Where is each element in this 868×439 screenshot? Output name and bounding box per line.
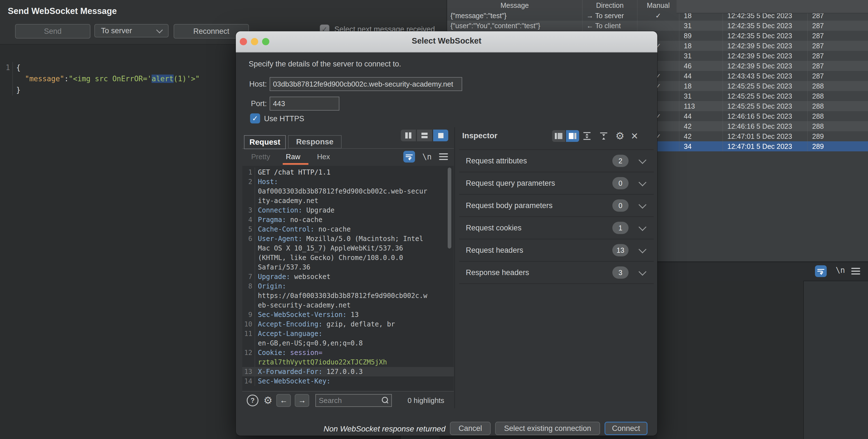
layout-rows-icon[interactable] xyxy=(417,129,432,141)
inspector-settings-icon[interactable]: ⚙ xyxy=(615,131,624,141)
tab-response[interactable]: Response xyxy=(288,135,342,149)
code-line: rztal7thVyvttQ7ioduo22xTJCZM5jXh xyxy=(242,357,454,367)
search-input[interactable] xyxy=(316,396,381,405)
table-cell: ← To client xyxy=(583,21,638,31)
dock-right-icon[interactable] xyxy=(566,130,579,142)
panel-title: Send WebSocket Message xyxy=(8,6,117,16)
code-line: en-GB,en-US;q=0.9,en;q=0.8 xyxy=(242,339,454,348)
table-cell: 288 xyxy=(808,122,854,130)
chevron-down-icon[interactable] xyxy=(639,245,646,253)
table-cell: 89 xyxy=(679,31,723,41)
scrollbar-thumb[interactable] xyxy=(448,168,451,248)
chevron-down-icon[interactable] xyxy=(639,201,646,209)
chevron-down-icon[interactable] xyxy=(639,223,646,231)
word-wrap-icon[interactable] xyxy=(403,151,415,163)
collapse-all-icon[interactable] xyxy=(599,131,609,141)
count-badge: 0 xyxy=(612,199,628,212)
newline-toggle-icon[interactable]: \n xyxy=(422,152,432,162)
count-badge: 0 xyxy=(612,177,628,189)
table-cell: 44 xyxy=(679,71,723,81)
code-line: 2Host: xyxy=(242,177,454,186)
table-cell: 12:47:01 5 Dec 2023 xyxy=(723,141,808,151)
table-cell: 287 xyxy=(808,22,854,30)
table-cell: 113 xyxy=(679,101,723,111)
table-cell: 12:42:35 5 Dec 2023 xyxy=(723,31,808,41)
code-line: 12Cookie: session= xyxy=(242,348,454,357)
table-cell: 12:42:35 5 Dec 2023 xyxy=(723,21,808,31)
table-cell: → To server xyxy=(583,10,638,21)
cancel-button[interactable]: Cancel xyxy=(450,422,491,435)
inspector-section-label: Request cookies xyxy=(466,224,522,232)
chevron-down-icon[interactable] xyxy=(639,178,646,186)
use-https-label: Use HTTPS xyxy=(264,115,304,123)
direction-select[interactable]: To server xyxy=(94,24,168,37)
editor-view-icons: \n xyxy=(403,151,448,163)
table-cell: 44 xyxy=(679,111,723,121)
host-field[interactable] xyxy=(270,77,462,91)
help-icon[interactable]: ? xyxy=(247,394,258,406)
next-match-button[interactable]: → xyxy=(295,394,309,407)
chevron-down-icon xyxy=(156,27,163,33)
table-cell: {"message":"test"} xyxy=(447,10,583,21)
inspector-section[interactable]: Request headers13 xyxy=(459,239,654,262)
table-cell: 31 xyxy=(679,21,723,31)
layout-single-icon[interactable] xyxy=(433,129,448,141)
gear-icon[interactable]: ⚙ xyxy=(264,396,272,406)
word-wrap-icon[interactable] xyxy=(815,265,827,277)
inspector-section[interactable]: Response headers3 xyxy=(459,262,654,284)
previous-match-button[interactable]: ← xyxy=(276,394,291,407)
request-editor[interactable]: 1GET /chat HTTP/1.12Host:0af0003303db3b8… xyxy=(242,166,454,391)
menu-icon[interactable] xyxy=(851,268,860,274)
select-existing-connection-button[interactable]: Select existing connection xyxy=(495,422,600,435)
tab-request[interactable]: Request xyxy=(244,135,286,149)
code-line: 1GET /chat HTTP/1.1 xyxy=(242,168,454,177)
inspector-section-label: Request query parameters xyxy=(466,179,555,188)
code-line: 8Origin: xyxy=(242,282,454,291)
dock-left-icon[interactable] xyxy=(552,130,565,142)
table-row[interactable]: {"user":"You","content":"test"}← To clie… xyxy=(447,21,868,31)
table-cell xyxy=(638,21,679,31)
code-line: 7Upgrade: websocket xyxy=(242,272,454,282)
table-cell: 12:46:16 5 Dec 2023 xyxy=(723,111,808,121)
col-header-manual[interactable]: Manual xyxy=(638,0,679,10)
code-line: 0af0003303db3b87812fe9d900cb002c.web-sec… xyxy=(242,186,454,196)
code-line: 3Connection: Upgrade xyxy=(242,206,454,215)
table-cell: 42 xyxy=(679,121,723,131)
table-cell: 287 xyxy=(808,52,854,60)
close-inspector-icon[interactable]: × xyxy=(631,130,638,142)
subtab-pretty[interactable]: Pretty xyxy=(251,152,270,161)
expand-all-icon[interactable] xyxy=(582,131,592,141)
layout-columns-icon[interactable] xyxy=(401,129,416,141)
bottom-message-view[interactable] xyxy=(803,281,868,439)
port-field[interactable] xyxy=(270,97,339,111)
col-header-direction[interactable]: Direction xyxy=(583,0,638,10)
send-button[interactable]: Send xyxy=(15,24,90,38)
table-cell: 288 xyxy=(808,112,854,120)
table-cell: 287 xyxy=(808,32,854,40)
inspector-section[interactable]: Request query parameters0 xyxy=(459,172,654,195)
inspector-section[interactable]: Request attributes2 xyxy=(459,150,654,172)
count-badge: 3 xyxy=(612,266,628,279)
inspector-section[interactable]: Request body parameters0 xyxy=(459,195,654,217)
connect-button[interactable]: Connect xyxy=(604,422,648,435)
chevron-down-icon[interactable] xyxy=(639,268,646,275)
menu-icon[interactable] xyxy=(439,153,448,160)
newline-toggle-icon[interactable]: \n xyxy=(836,266,845,275)
dialog-description: Specify the details of the server to con… xyxy=(249,60,401,68)
port-label: Port: xyxy=(239,99,267,108)
count-badge: 2 xyxy=(612,155,628,167)
table-cell: ✓ xyxy=(638,10,679,21)
search-box xyxy=(315,394,392,407)
code-line: 5Cache-Control: no-cache xyxy=(242,225,454,234)
table-cell: 12:42:39 5 Dec 2023 xyxy=(723,61,808,71)
subtab-raw[interactable]: Raw xyxy=(286,152,300,161)
code-line: 6User-Agent: Mozilla/5.0 (Macintosh; Int… xyxy=(242,234,454,243)
subtab-hex[interactable]: Hex xyxy=(317,152,330,161)
table-cell: 12:45:25 5 Dec 2023 xyxy=(723,91,808,101)
col-header-message[interactable]: Message xyxy=(447,0,583,10)
editor-search-bar: ? ⚙ ← → 0 highlights xyxy=(242,393,454,408)
chevron-down-icon[interactable] xyxy=(639,156,646,164)
inspector-divider[interactable] xyxy=(454,127,455,408)
use-https-checkbox[interactable]: ✓ xyxy=(250,113,260,123)
inspector-section[interactable]: Request cookies1 xyxy=(459,217,654,239)
